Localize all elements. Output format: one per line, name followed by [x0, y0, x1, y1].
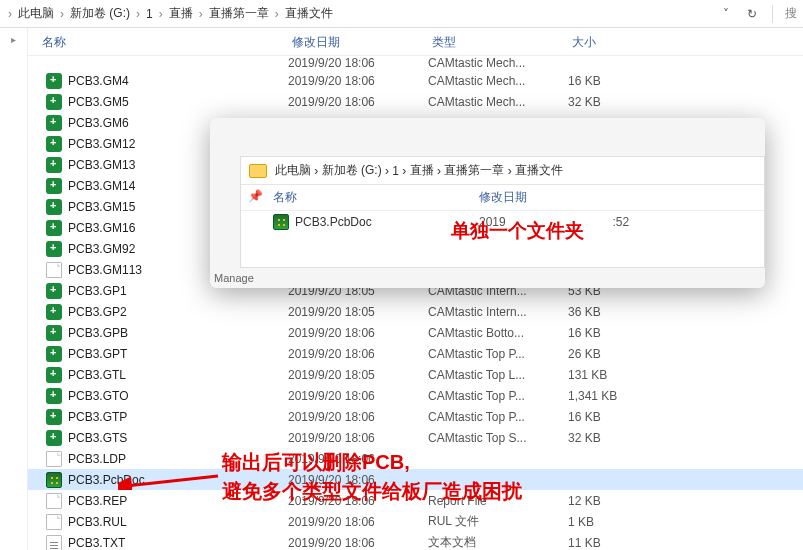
- file-name: PCB3.GM92: [68, 242, 135, 256]
- cell-type: RUL 文件: [428, 513, 568, 530]
- table-row[interactable]: PCB3.GTS2019/9/20 18:06CAMtastic Top S..…: [28, 427, 803, 448]
- col-name[interactable]: 名称: [28, 34, 288, 51]
- pcrumb-pc[interactable]: 此电脑: [275, 162, 311, 179]
- popup-col-date[interactable]: 修改日期: [479, 189, 619, 206]
- pcrumb-1[interactable]: 1: [392, 164, 399, 178]
- chevron-right-icon: ›: [6, 7, 14, 21]
- table-row[interactable]: PCB3.GTL2019/9/20 18:05CAMtastic Top L..…: [28, 364, 803, 385]
- chevron-right-icon: ›: [311, 164, 322, 178]
- sidebar: ▸: [0, 28, 28, 550]
- table-row[interactable]: PCB3.TXT2019/9/20 18:06文本文档11 KB: [28, 532, 803, 550]
- cell-size: 36 KB: [568, 305, 668, 319]
- popup-window: 此电脑 › 新加卷 (G:) › 1 › 直播 › 直播第一章 › 直播文件 📌…: [210, 118, 765, 288]
- table-row[interactable]: PCB3.GPT2019/9/20 18:06CAMtastic Top P..…: [28, 343, 803, 364]
- popup-breadcrumb: 此电脑 › 新加卷 (G:) › 1 › 直播 › 直播第一章 › 直播文件: [241, 157, 764, 185]
- cell-type: CAMtastic Mech...: [428, 95, 568, 109]
- camtastic-file-icon: [46, 220, 62, 236]
- chevron-right-icon: ›: [58, 7, 66, 21]
- chevron-right-icon: ›: [197, 7, 205, 21]
- cell-date: 2019/9/20 18:06: [288, 536, 428, 550]
- col-date[interactable]: 修改日期: [288, 34, 428, 51]
- crumb-live[interactable]: 直播: [165, 5, 197, 22]
- popup-file-name: PCB3.PcbDoc: [295, 215, 372, 229]
- table-row[interactable]: PCB3.RUL2019/9/20 18:06RUL 文件1 KB: [28, 511, 803, 532]
- table-row[interactable]: PCB3.GTO2019/9/20 18:06CAMtastic Top P..…: [28, 385, 803, 406]
- refresh-icon[interactable]: ↻: [744, 6, 760, 22]
- file-name: PCB3.GTP: [68, 410, 127, 424]
- file-name: PCB3.GTL: [68, 368, 126, 382]
- cell-type: CAMtastic Top P...: [428, 410, 568, 424]
- table-row[interactable]: 2019/9/20 18:06 CAMtastic Mech...: [28, 56, 803, 70]
- cell-size: 1 KB: [568, 515, 668, 529]
- file-name: PCB3.GTS: [68, 431, 127, 445]
- table-row[interactable]: PCB3.GP22019/9/20 18:05CAMtastic Intern.…: [28, 301, 803, 322]
- chevron-right-icon: ›: [434, 164, 445, 178]
- camtastic-file-icon: [46, 388, 62, 404]
- crumb-drive[interactable]: 新加卷 (G:): [66, 5, 134, 22]
- file-name: PCB3.REP: [68, 494, 127, 508]
- popup-col-name[interactable]: 名称: [269, 189, 479, 206]
- cell-type: CAMtastic Top P...: [428, 347, 568, 361]
- crumb-pc[interactable]: 此电脑: [14, 5, 58, 22]
- cell-size: 26 KB: [568, 347, 668, 361]
- camtastic-file-icon: [46, 430, 62, 446]
- annotation-red-2-line2: 避免多个类型文件给板厂造成困扰: [222, 477, 522, 506]
- popup-date-right: :52: [612, 215, 629, 229]
- col-type[interactable]: 类型: [428, 34, 568, 51]
- table-row[interactable]: PCB3.GTP2019/9/20 18:06CAMtastic Top P..…: [28, 406, 803, 427]
- cell-size: 16 KB: [568, 74, 668, 88]
- file-name: PCB3.GPT: [68, 347, 127, 361]
- crumb-files[interactable]: 直播文件: [281, 5, 337, 22]
- col-size[interactable]: 大小: [568, 34, 668, 51]
- cell-size: 32 KB: [568, 95, 668, 109]
- file-name: PCB3.GM15: [68, 200, 135, 214]
- cell-date: 2019/9/20 18:06: [288, 389, 428, 403]
- file-name: PCB3.GPB: [68, 326, 128, 340]
- chevron-right-icon: ›: [273, 7, 281, 21]
- pcb-file-icon: [273, 214, 289, 230]
- search-hint[interactable]: 搜: [785, 5, 797, 22]
- cell-size: 1,341 KB: [568, 389, 668, 403]
- table-row[interactable]: PCB3.GM52019/9/20 18:06CAMtastic Mech...…: [28, 91, 803, 112]
- cell-date: 2019/9/20 18:06: [288, 410, 428, 424]
- table-row[interactable]: PCB3.GPB2019/9/20 18:06CAMtastic Botto..…: [28, 322, 803, 343]
- pcrumb-ch1[interactable]: 直播第一章: [444, 162, 504, 179]
- file-name: PCB3.PcbDoc: [68, 473, 145, 487]
- file-name: PCB3.GM4: [68, 74, 129, 88]
- cell-date: 2019/9/20 18:06: [288, 431, 428, 445]
- file-name: PCB3.GM12: [68, 137, 135, 151]
- crumb-1[interactable]: 1: [142, 7, 157, 21]
- file-name: PCB3.GP1: [68, 284, 127, 298]
- annotation-red-1: 单独一个文件夹: [451, 218, 584, 244]
- cell-date: 2019/9/20 18:06: [288, 515, 428, 529]
- cell-type: CAMtastic Top P...: [428, 389, 568, 403]
- camtastic-file-icon: [46, 199, 62, 215]
- table-row[interactable]: PCB3.GM42019/9/20 18:06CAMtastic Mech...…: [28, 70, 803, 91]
- cell-date: 2019/9/20 18:06: [288, 95, 428, 109]
- folder-icon: [249, 164, 267, 178]
- pcrumb-live[interactable]: 直播: [410, 162, 434, 179]
- breadcrumb: › 此电脑 › 新加卷 (G:) › 1 › 直播 › 直播第一章 › 直播文件…: [0, 0, 803, 28]
- file-name: PCB3.GM14: [68, 179, 135, 193]
- pcrumb-files[interactable]: 直播文件: [515, 162, 563, 179]
- camtastic-file-icon: [46, 325, 62, 341]
- file-name: PCB3.LDP: [68, 452, 126, 466]
- camtastic-file-icon: [46, 367, 62, 383]
- pcrumb-drive[interactable]: 新加卷 (G:): [322, 162, 382, 179]
- column-headers: 名称 修改日期 类型 大小: [28, 28, 803, 56]
- camtastic-file-icon: [46, 115, 62, 131]
- popup-manage-label: Manage: [214, 272, 254, 284]
- cell-size: 11 KB: [568, 536, 668, 550]
- pin-icon[interactable]: 📌: [241, 189, 269, 206]
- camtastic-file-icon: [46, 241, 62, 257]
- dropdown-icon[interactable]: ˅: [718, 6, 734, 22]
- popup-col-headers: 📌 名称 修改日期: [241, 185, 764, 211]
- expand-toggle-icon[interactable]: ▸: [11, 34, 16, 45]
- camtastic-file-icon: [46, 94, 62, 110]
- file-name: PCB3.TXT: [68, 536, 125, 550]
- camtastic-file-icon: [46, 304, 62, 320]
- cell-date: 2019/9/20 18:05: [288, 305, 428, 319]
- cell-date: 2019/9/20 18:06: [288, 74, 428, 88]
- file-name: PCB3.GM5: [68, 95, 129, 109]
- crumb-ch1[interactable]: 直播第一章: [205, 5, 273, 22]
